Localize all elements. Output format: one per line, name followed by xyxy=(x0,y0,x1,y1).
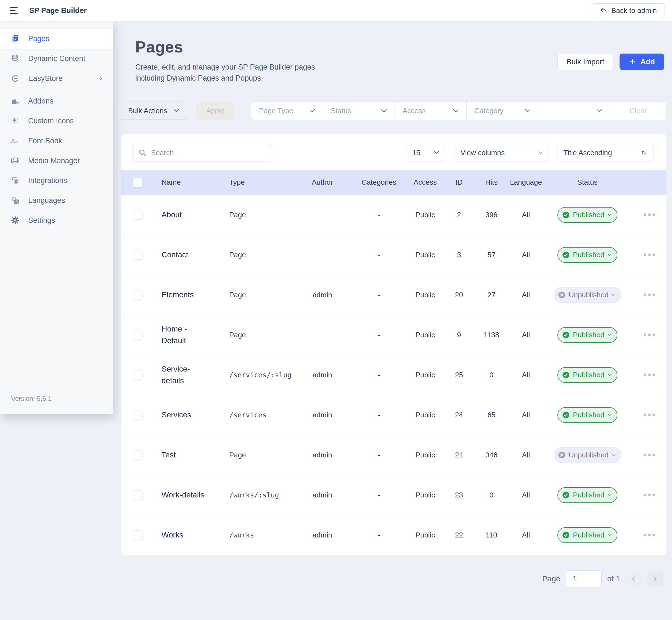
apply-button[interactable]: Apply xyxy=(196,102,235,120)
status-badge[interactable]: Published xyxy=(557,367,617,383)
next-page-button[interactable] xyxy=(647,571,663,587)
status-badge[interactable]: Published xyxy=(557,407,617,423)
custom-icons-icon xyxy=(10,116,20,125)
sidebar-item-custom-icons[interactable]: Custom Icons xyxy=(0,111,113,131)
page-name-link[interactable]: Services xyxy=(155,409,224,421)
row-checkbox[interactable] xyxy=(133,330,143,340)
row-actions-menu[interactable] xyxy=(641,331,658,339)
column-header-status[interactable]: Status xyxy=(542,178,632,187)
sidebar-item-label: Font Book xyxy=(28,137,62,145)
settings-icon xyxy=(10,216,20,225)
sidebar-item-settings[interactable]: Settings xyxy=(0,210,113,230)
add-button[interactable]: Add xyxy=(620,54,664,70)
sidebar-item-integrations[interactable]: Integrations xyxy=(0,170,113,191)
row-actions-menu[interactable] xyxy=(641,531,658,539)
table-row[interactable]: Contact Page - Public 3 57 All Published xyxy=(121,235,667,275)
sidebar-item-media-manager[interactable]: Media Manager xyxy=(0,151,113,170)
page-name-link[interactable]: Service-details xyxy=(155,363,224,386)
column-header-language[interactable]: Language xyxy=(509,178,542,187)
chevron-down-icon xyxy=(433,151,440,155)
row-actions-menu[interactable] xyxy=(641,451,658,459)
row-actions-menu[interactable] xyxy=(641,291,658,299)
page-name-link[interactable]: Test xyxy=(155,449,224,461)
column-header-author[interactable]: Author xyxy=(293,178,352,187)
view-columns-select[interactable]: View columns xyxy=(454,144,549,161)
page-name-link[interactable]: Home - Default xyxy=(155,323,224,347)
row-checkbox[interactable] xyxy=(133,210,143,220)
status-badge[interactable]: Published xyxy=(557,527,617,543)
back-to-admin-button[interactable]: Back to admin xyxy=(592,3,665,18)
page-categories: - xyxy=(352,411,406,419)
page-number-input[interactable] xyxy=(566,570,602,587)
pages-table-card: 15 View columns Title Ascending Name Typ… xyxy=(121,134,667,555)
row-actions-menu[interactable] xyxy=(641,251,658,259)
filter-category[interactable]: Category xyxy=(467,102,538,120)
row-actions-menu[interactable] xyxy=(641,491,658,499)
page-hits: 1138 xyxy=(473,331,509,339)
page-name-link[interactable]: About xyxy=(155,209,224,220)
check-circle-icon xyxy=(562,411,570,419)
page-name-link[interactable]: Contact xyxy=(155,249,224,261)
status-badge[interactable]: Published xyxy=(557,247,617,263)
row-checkbox[interactable] xyxy=(133,530,143,540)
page-name-link[interactable]: Elements xyxy=(155,289,224,301)
search-input[interactable] xyxy=(151,149,266,157)
column-header-type[interactable]: Type xyxy=(224,178,293,187)
filter-dropdown-group: Page Type Status Access Category Clear xyxy=(251,101,667,120)
sidebar-item-easystore[interactable]: EasyStore xyxy=(0,68,113,88)
sidebar-item-addons[interactable]: Addons xyxy=(0,91,113,111)
table-row[interactable]: About Page - Public 2 396 All Published xyxy=(121,195,667,235)
table-row[interactable]: Home - Default Page - Public 9 1138 All … xyxy=(121,315,667,355)
page-name-link[interactable]: Works xyxy=(155,529,224,541)
filter-page-type[interactable]: Page Type xyxy=(251,102,323,120)
status-badge[interactable]: Unpublished xyxy=(554,287,621,303)
column-header-name[interactable]: Name xyxy=(155,178,224,187)
status-badge[interactable]: Published xyxy=(557,327,617,343)
sidebar-item-dynamic-content[interactable]: Dynamic Content xyxy=(0,49,113,68)
table-row[interactable]: Elements Page admin - Public 20 27 All U… xyxy=(121,275,667,315)
filter-access[interactable]: Access xyxy=(395,102,467,120)
row-actions-menu[interactable] xyxy=(641,211,658,219)
column-header-categories[interactable]: Categories xyxy=(352,178,406,187)
page-name-link[interactable]: Work-details xyxy=(155,489,224,501)
sort-select[interactable]: Title Ascending xyxy=(557,144,654,161)
app-title: SP Page Builder xyxy=(29,6,87,15)
row-checkbox[interactable] xyxy=(133,290,143,300)
table-header: Name Type Author Categories Access ID Hi… xyxy=(121,170,667,195)
row-checkbox[interactable] xyxy=(133,370,143,380)
row-checkbox[interactable] xyxy=(133,410,143,420)
row-checkbox[interactable] xyxy=(133,490,143,500)
sidebar-item-label: EasyStore xyxy=(28,74,63,83)
page-type: Page xyxy=(224,331,293,339)
row-actions-menu[interactable] xyxy=(641,411,658,419)
sidebar-item-languages[interactable]: A Languages xyxy=(0,191,113,210)
row-checkbox[interactable] xyxy=(133,250,143,260)
row-actions-menu[interactable] xyxy=(641,371,658,379)
sidebar-item-pages[interactable]: Pages xyxy=(0,29,113,49)
table-row[interactable]: Services /services admin - Public 24 65 … xyxy=(121,395,667,435)
filter-extra[interactable] xyxy=(538,102,610,120)
table-row[interactable]: Works /works admin - Public 22 110 All P… xyxy=(121,515,667,555)
row-checkbox[interactable] xyxy=(133,450,143,460)
table-row[interactable]: Test Page admin - Public 21 346 All Unpu… xyxy=(121,435,667,475)
status-badge[interactable]: Published xyxy=(557,207,617,223)
previous-page-button[interactable] xyxy=(626,571,641,587)
integrations-icon xyxy=(10,176,20,185)
clear-filters-button[interactable]: Clear xyxy=(610,102,666,120)
table-row[interactable]: Service-details /services/:slug admin - … xyxy=(121,355,667,395)
bulk-actions-dropdown[interactable]: Bulk Actions xyxy=(121,102,187,120)
status-badge[interactable]: Published xyxy=(557,487,617,503)
sidebar-item-font-book[interactable]: Aa Font Book xyxy=(0,131,113,151)
per-page-select[interactable]: 15 xyxy=(406,144,446,161)
column-header-access[interactable]: Access xyxy=(406,178,445,187)
table-row[interactable]: Work-details /works/:slug admin - Public… xyxy=(121,475,667,515)
column-header-hits[interactable]: Hits xyxy=(473,178,509,187)
column-header-id[interactable]: ID xyxy=(445,178,473,187)
bulk-import-button[interactable]: Bulk Import xyxy=(557,54,614,70)
page-type: /services/:slug xyxy=(224,371,293,379)
filter-status[interactable]: Status xyxy=(323,102,395,120)
menu-toggle-icon[interactable] xyxy=(10,5,19,16)
status-badge[interactable]: Unpublished xyxy=(554,447,621,463)
search-icon xyxy=(138,149,147,157)
select-all-checkbox[interactable] xyxy=(133,177,143,187)
